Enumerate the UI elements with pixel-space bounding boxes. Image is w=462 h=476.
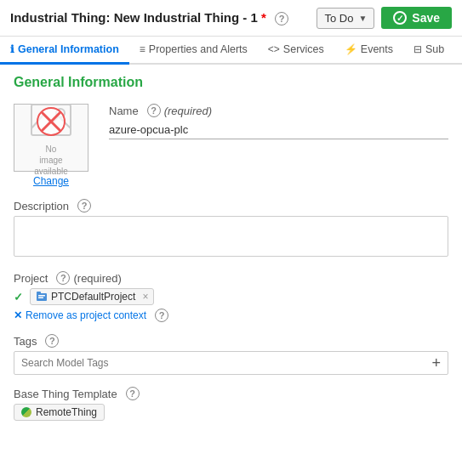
- tags-search-input[interactable]: [21, 357, 431, 369]
- project-remove-icon[interactable]: ×: [142, 291, 148, 303]
- tab-general[interactable]: ℹ General Information: [0, 37, 129, 65]
- sub-tab-label: Sub: [425, 43, 444, 55]
- thing-name: New Industrial Thing - 1: [114, 10, 258, 25]
- project-check-icon: ✓: [14, 291, 23, 303]
- unsaved-indicator: *: [261, 10, 266, 25]
- no-image-text3: available: [34, 167, 67, 176]
- base-template-dot-icon: [21, 407, 31, 417]
- page-title: Industrial Thing: New Industrial Thing -…: [10, 10, 317, 26]
- tags-info-icon[interactable]: ?: [45, 334, 59, 348]
- project-required-text: (required): [73, 272, 121, 285]
- name-label: Name ? (required): [109, 104, 448, 117]
- remove-context-label: Remove as project context: [26, 309, 146, 321]
- save-label: Save: [412, 11, 440, 25]
- name-field-area: Name ? (required): [109, 104, 448, 139]
- project-label-text: Project: [14, 272, 48, 285]
- title-prefix: Industrial Thing:: [10, 10, 111, 25]
- title-info-icon[interactable]: ?: [275, 12, 288, 26]
- base-template-info-icon[interactable]: ?: [126, 387, 140, 400]
- general-tab-icon: ℹ: [10, 43, 14, 55]
- change-image-link[interactable]: Change: [14, 175, 88, 187]
- tab-properties[interactable]: ≡ Properties and Alerts: [129, 37, 258, 65]
- name-image-row: No image available Change Name ? (requir…: [14, 104, 448, 187]
- svg-rect-8: [38, 298, 43, 299]
- todo-arrow-icon: ▼: [358, 14, 367, 23]
- tab-sub[interactable]: ⊟ Sub: [403, 37, 454, 65]
- tab-events[interactable]: ⚡ Events: [334, 37, 403, 65]
- image-box: No image available: [14, 104, 88, 172]
- image-upload-area: No image available Change: [14, 104, 88, 187]
- tags-label: Tags ?: [14, 334, 448, 348]
- no-image-text2: image: [39, 156, 62, 165]
- base-template-label-text: Base Thing Template: [14, 388, 117, 400]
- name-info-icon[interactable]: ?: [147, 104, 161, 117]
- main-content: General Information: [0, 65, 462, 443]
- name-label-text: Name: [109, 105, 139, 117]
- save-check-icon: ✓: [393, 11, 407, 25]
- remove-context-info-icon[interactable]: ?: [155, 309, 168, 322]
- base-template-label: Base Thing Template ?: [14, 387, 448, 400]
- general-tab-label: General Information: [18, 43, 119, 55]
- name-required-text: (required): [164, 105, 212, 117]
- todo-label: To Do: [324, 12, 353, 25]
- svg-rect-6: [37, 292, 41, 294]
- project-tag: PTCDefaultProject ×: [30, 288, 154, 305]
- tab-bar: ℹ General Information ≡ Properties and A…: [0, 37, 462, 65]
- description-label-text: Description: [14, 200, 69, 212]
- description-info-icon[interactable]: ?: [77, 199, 91, 212]
- events-tab-icon: ⚡: [345, 43, 357, 55]
- description-label: Description ?: [14, 199, 448, 212]
- tags-section: Tags ? +: [14, 334, 448, 375]
- base-template-name: RemoteThing: [36, 406, 97, 418]
- section-title: General Information: [14, 75, 448, 90]
- services-tab-label: Services: [283, 43, 324, 55]
- name-input[interactable]: [109, 121, 448, 139]
- sub-tab-icon: ⊟: [414, 43, 422, 55]
- services-tab-icon: <>: [268, 43, 280, 55]
- tab-services[interactable]: <> Services: [258, 37, 334, 65]
- description-section: Description ?: [14, 199, 448, 259]
- tags-add-icon[interactable]: +: [431, 355, 441, 371]
- base-template-tag: RemoteThing: [14, 404, 105, 421]
- no-image-text1: No: [46, 144, 57, 154]
- project-icon: [36, 291, 48, 303]
- save-button[interactable]: ✓ Save: [381, 7, 452, 29]
- base-template-section: Base Thing Template ? RemoteThing: [14, 387, 448, 421]
- tags-input-wrap: +: [14, 351, 448, 375]
- remove-context-x-icon: ✕: [14, 309, 22, 321]
- no-image-icon: [28, 99, 74, 144]
- no-image-placeholder: No image available: [28, 99, 74, 177]
- remove-project-context-link[interactable]: ✕ Remove as project context ?: [14, 309, 448, 322]
- page-header: Industrial Thing: New Industrial Thing -…: [0, 0, 462, 37]
- project-info-icon[interactable]: ?: [56, 271, 70, 285]
- description-input[interactable]: [14, 216, 448, 257]
- events-tab-label: Events: [361, 43, 393, 55]
- project-name: PTCDefaultProject: [51, 291, 135, 303]
- tags-label-text: Tags: [14, 335, 37, 348]
- project-label: Project ? (required): [14, 271, 448, 285]
- properties-tab-label: Properties and Alerts: [149, 43, 248, 55]
- properties-tab-icon: ≡: [140, 43, 145, 55]
- todo-button[interactable]: To Do ▼: [317, 8, 374, 29]
- project-section: Project ? (required) ✓ PTCDefaultProject…: [14, 271, 448, 322]
- svg-rect-7: [38, 295, 45, 297]
